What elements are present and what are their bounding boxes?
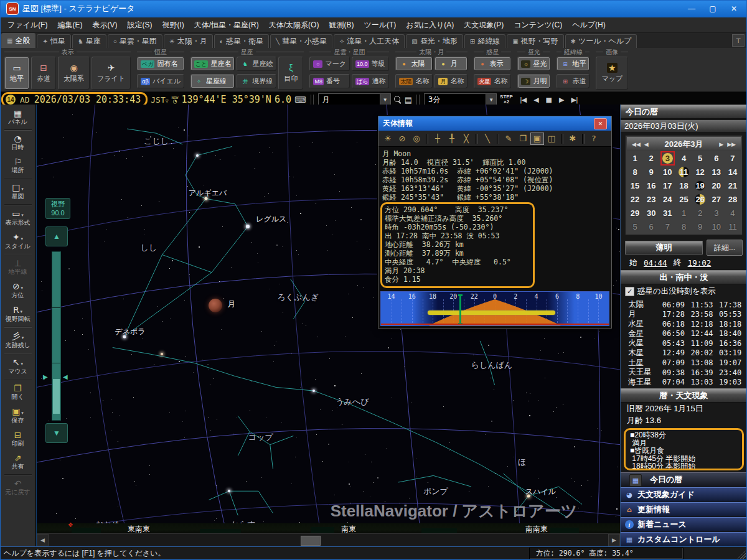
calendar-day[interactable]: 24: [659, 192, 675, 206]
toolbar-button[interactable]: こと星座名: [190, 57, 235, 71]
calendar-next-year-button[interactable]: ▶▶: [725, 141, 738, 147]
toolbar-button[interactable]: ☼昼光: [517, 57, 550, 71]
dialog-tool-icon[interactable]: ❐: [516, 133, 530, 145]
dialog-tool-icon[interactable]: ◫: [545, 133, 558, 145]
toolbar-button[interactable]: ★マップ: [596, 57, 628, 90]
calendar-day[interactable]: 9: [643, 165, 659, 179]
dialog-close-button[interactable]: ✕: [594, 118, 607, 129]
calendar-day[interactable]: 21: [725, 179, 741, 192]
toolbar-button[interactable]: ♞星座絵: [237, 57, 276, 71]
dialog-tool-icon[interactable]: ⊘: [395, 133, 409, 145]
menu-item[interactable]: 視野(I): [157, 20, 189, 30]
calendar-day[interactable]: 25: [675, 192, 692, 206]
scrollbar-thumb[interactable]: [301, 536, 321, 546]
calendar-prev-month-button[interactable]: ◀: [642, 141, 651, 147]
menu-item[interactable]: 天体/恒星・星座(R): [189, 20, 264, 30]
calendar-day[interactable]: 31: [659, 206, 675, 220]
sidebar-item[interactable]: ▭▾表示形式: [0, 206, 35, 230]
toolbar-button[interactable]: ●表示: [474, 57, 511, 71]
tab-item[interactable]: ♞星座: [72, 34, 106, 48]
sidebar-item[interactable]: ⇗共有: [0, 450, 35, 474]
menu-item[interactable]: コンテンツ(C): [509, 20, 567, 30]
calendar-day[interactable]: 5: [627, 220, 643, 233]
calendar-day[interactable]: 13: [708, 165, 725, 179]
toolbar-button[interactable]: αβバイエル: [137, 74, 184, 88]
calendar-day[interactable]: 1: [627, 151, 643, 165]
transport-button[interactable]: ■: [542, 96, 555, 104]
dialog-title-bar[interactable]: 天体情報 ✕: [378, 116, 611, 131]
transport-button[interactable]: ▶|: [567, 96, 581, 104]
sidebar-item[interactable]: ▣▾保存: [0, 404, 35, 427]
panel-nav-button[interactable]: ◕天文現象ガイド: [621, 487, 747, 502]
toolbar-button[interactable]: 火星名称: [474, 74, 511, 88]
datetime-value[interactable]: 2026/03/03 20:33:43: [34, 94, 141, 105]
calendar-day[interactable]: 1: [675, 206, 692, 220]
timezone-label[interactable]: JST▽: [151, 95, 168, 105]
toolbar-button[interactable]: ばら通称: [352, 74, 389, 88]
dialog-tool-icon[interactable]: ▣: [530, 133, 544, 145]
twilight-start[interactable]: 04:44: [644, 258, 667, 268]
chevron-down-icon[interactable]: ▼: [486, 94, 496, 105]
transport-button[interactable]: ▶: [555, 96, 567, 104]
dialog-tool-icon[interactable]: ☀: [381, 133, 395, 145]
fov-zoom-out-button[interactable]: ▼: [45, 423, 68, 443]
dialog-tool-icon[interactable]: ╲: [481, 133, 494, 145]
calendar-day[interactable]: 11: [725, 220, 741, 233]
menu-item[interactable]: 天体/太陽系(O): [264, 20, 324, 30]
close-button[interactable]: ✕: [723, 1, 745, 16]
dialog-tool-icon[interactable]: ✱: [566, 133, 580, 145]
show-planet-times-row[interactable]: ✓ 惑星の出没時刻を表示: [621, 284, 747, 298]
magnitude-value[interactable]: 6.0: [275, 94, 291, 105]
dialog-tool-icon[interactable]: ✎: [502, 133, 515, 145]
sidebar-item[interactable]: ❐開く: [0, 381, 35, 404]
calendar-day[interactable]: 3: [708, 206, 725, 220]
minimize-button[interactable]: —: [681, 1, 702, 16]
calendar-day[interactable]: 3: [659, 151, 675, 165]
menu-item[interactable]: ヘルプ(H): [567, 20, 611, 30]
fov-slider-thumb[interactable]: [53, 379, 60, 414]
dialog-tool-icon[interactable]: ╀: [445, 133, 459, 145]
toolbar-button[interactable]: ✧星座線: [190, 74, 235, 88]
maximize-button[interactable]: ▢: [702, 1, 723, 16]
chevron-down-icon[interactable]: ▼: [380, 94, 390, 105]
keyboard-icon[interactable]: ⌨: [294, 95, 306, 105]
dialog-tool-icon[interactable]: ╳: [459, 133, 473, 145]
fov-slider[interactable]: [52, 251, 61, 421]
tab-item[interactable]: ◐惑星・衛星: [214, 34, 269, 48]
twilight-end[interactable]: 19:02: [688, 258, 712, 268]
interval-combo[interactable]: 3分 ▼: [424, 93, 497, 106]
sidebar-item[interactable]: □▾星図: [0, 180, 35, 203]
menu-item[interactable]: ファイル(F): [2, 20, 52, 30]
calendar-day[interactable]: 8: [675, 220, 692, 233]
panel-nav-button[interactable]: ⌂更新情報: [621, 502, 747, 516]
sidebar-item[interactable]: ⊟印刷: [0, 427, 35, 450]
menu-item[interactable]: 表示(V): [87, 20, 122, 30]
tab-item[interactable]: ▣視野・写野: [507, 34, 563, 48]
sidebar-item[interactable]: ⚐場所: [0, 154, 35, 177]
toolbar-button[interactable]: M8番号: [309, 74, 350, 88]
sidebar-item[interactable]: ⊘▾方位: [0, 279, 35, 302]
step-x2-button[interactable]: STEP×2: [500, 95, 513, 105]
calendar-prev-year-button[interactable]: ◀◀: [630, 141, 642, 147]
toolbar-button[interactable]: ●太陽: [395, 57, 433, 71]
toolbar-button[interactable]: ☽月明: [517, 74, 550, 88]
calendar-day[interactable]: 19: [692, 179, 708, 192]
sidebar-item[interactable]: R▾視野回転: [0, 302, 35, 326]
calendar-day[interactable]: 26: [692, 192, 708, 206]
dialog-tool-icon[interactable]: ?: [587, 133, 601, 145]
toolbar-button[interactable]: ●月: [435, 57, 467, 71]
toolbar-button[interactable]: ✈フライト: [92, 57, 131, 90]
calendar-next-month-button[interactable]: ▶: [717, 141, 725, 147]
calendar-day[interactable]: 15: [627, 179, 643, 192]
horizontal-scrollbar[interactable]: ◀ ▶: [37, 533, 620, 546]
calendar-day[interactable]: 4: [675, 151, 692, 165]
toolbar-button[interactable]: ◉太陽系: [58, 57, 90, 90]
dialog-tool-icon[interactable]: ┼: [431, 133, 444, 145]
toolbar-button[interactable]: 井境界線: [237, 74, 276, 88]
menu-item[interactable]: 設定(S): [122, 20, 157, 30]
menu-item[interactable]: 天文現象(P): [459, 20, 509, 30]
calendar-day[interactable]: 28: [725, 192, 741, 206]
calendar-day[interactable]: 20: [708, 179, 725, 192]
tab-active[interactable]: ▦全般: [1, 33, 35, 48]
tab-item[interactable]: ☀太陽・月: [164, 34, 213, 48]
